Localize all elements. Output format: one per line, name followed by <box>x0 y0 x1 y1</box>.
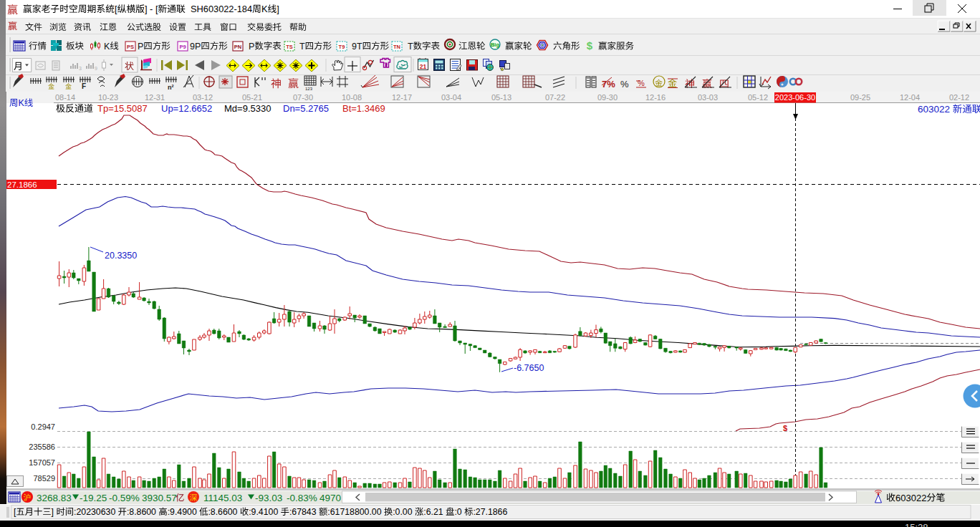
svg-text:Big: Big <box>491 42 500 48</box>
svg-text:T: T <box>408 42 413 52</box>
svg-text:-6.7650: -6.7650 <box>514 363 544 373</box>
svg-text:P: P <box>138 42 143 52</box>
svg-text:09-25: 09-25 <box>850 93 870 102</box>
svg-text:11145.03: 11145.03 <box>203 493 242 503</box>
svg-text:9T: 9T <box>352 42 362 52</box>
svg-text:PN: PN <box>234 44 241 50</box>
svg-text:K: K <box>19 98 25 108</box>
svg-text:3268.83: 3268.83 <box>37 493 72 503</box>
svg-text:[: [ <box>14 507 16 517</box>
svg-text:$: $ <box>587 39 593 52</box>
svg-text:0.2947: 0.2947 <box>31 422 55 431</box>
svg-text:9P: 9P <box>190 42 201 52</box>
svg-text::0.00: :0.00 <box>393 507 413 517</box>
svg-text:12-17: 12-17 <box>392 93 412 102</box>
svg-text:T: T <box>299 42 305 52</box>
svg-text::20230630: :20230630 <box>74 507 115 517</box>
svg-text:07-22: 07-22 <box>545 93 565 102</box>
svg-text:12-04: 12-04 <box>900 93 920 102</box>
svg-text:20.3350: 20.3350 <box>105 251 137 261</box>
svg-text:]: ] <box>52 507 54 517</box>
svg-text:] - [: ] - [ <box>145 4 158 14</box>
svg-text:08-14: 08-14 <box>55 93 75 102</box>
svg-text:3: 3 <box>79 66 82 71</box>
svg-text:-93.03: -93.03 <box>255 493 282 503</box>
svg-text:10-23: 10-23 <box>98 93 118 102</box>
svg-text:T9: T9 <box>339 44 345 50</box>
svg-text:F: F <box>82 82 86 90</box>
svg-text:05-13: 05-13 <box>491 93 511 102</box>
svg-text::27.1866: :27.1866 <box>473 507 507 517</box>
svg-text:[: [ <box>115 4 117 14</box>
svg-text:12-16: 12-16 <box>645 93 666 102</box>
svg-text:21: 21 <box>420 63 427 70</box>
svg-text:Dn=5.2765: Dn=5.2765 <box>283 103 329 114</box>
svg-text:%: % <box>638 79 645 87</box>
svg-text:-19.25: -19.25 <box>80 493 107 503</box>
svg-text:Up=12.6652: Up=12.6652 <box>161 103 212 114</box>
svg-text:09-30: 09-30 <box>597 93 618 102</box>
svg-text:05-12: 05-12 <box>748 93 768 102</box>
svg-text:03-04: 03-04 <box>441 93 461 102</box>
svg-text:15:28: 15:28 <box>905 522 928 527</box>
svg-text::8.8600: :8.8600 <box>127 507 156 517</box>
svg-text:K: K <box>261 4 268 14</box>
svg-text:%: % <box>620 79 629 90</box>
svg-text::9.4100: :9.4100 <box>249 507 278 517</box>
svg-text:603022: 603022 <box>918 104 950 115</box>
svg-text:]: ] <box>277 4 279 14</box>
svg-text::6.21: :6.21 <box>423 507 443 517</box>
svg-text:SH603022-184: SH603022-184 <box>191 4 252 14</box>
svg-text:12-31: 12-31 <box>145 93 165 102</box>
svg-text:K: K <box>104 42 110 52</box>
svg-text:P9: P9 <box>179 44 186 50</box>
svg-text:TS: TS <box>286 44 293 50</box>
svg-text:123: 123 <box>305 87 313 91</box>
svg-text:9: 9 <box>95 66 97 71</box>
svg-text:-0.59%: -0.59% <box>109 493 140 503</box>
svg-text::0: :0 <box>454 507 461 517</box>
svg-text:3930.57: 3930.57 <box>142 493 177 503</box>
svg-text:235586: 235586 <box>29 443 55 451</box>
svg-text::8.6600: :8.6600 <box>208 507 237 517</box>
svg-text:n²: n² <box>168 84 174 91</box>
svg-text:157057: 157057 <box>29 458 55 467</box>
svg-text:07-30: 07-30 <box>293 93 313 102</box>
svg-text:TN: TN <box>393 44 400 50</box>
svg-text:02-12: 02-12 <box>949 93 969 102</box>
svg-text:03-03: 03-03 <box>698 93 718 102</box>
svg-text:78529: 78529 <box>33 474 55 483</box>
svg-text:05-21: 05-21 <box>242 93 262 102</box>
svg-text:10-08: 10-08 <box>342 93 362 102</box>
svg-text:2023-06-30: 2023-06-30 <box>775 93 815 102</box>
svg-text:PS: PS <box>127 44 134 50</box>
svg-text::67843: :67843 <box>289 507 317 517</box>
svg-text:27.1866: 27.1866 <box>7 180 37 189</box>
svg-text:P: P <box>249 42 254 52</box>
svg-text:Bt=1.3469: Bt=1.3469 <box>342 103 385 114</box>
svg-text::61718800.00: :61718800.00 <box>327 507 381 517</box>
svg-text:603022: 603022 <box>895 493 926 503</box>
svg-text:7%: 7% <box>602 79 615 90</box>
svg-text::9.4900: :9.4900 <box>168 507 197 517</box>
svg-text:03-12: 03-12 <box>193 93 213 102</box>
svg-text:Md=9.5330: Md=9.5330 <box>224 103 271 114</box>
svg-text:Tp=15.5087: Tp=15.5087 <box>97 103 148 114</box>
svg-text:-0.83%: -0.83% <box>287 493 317 503</box>
